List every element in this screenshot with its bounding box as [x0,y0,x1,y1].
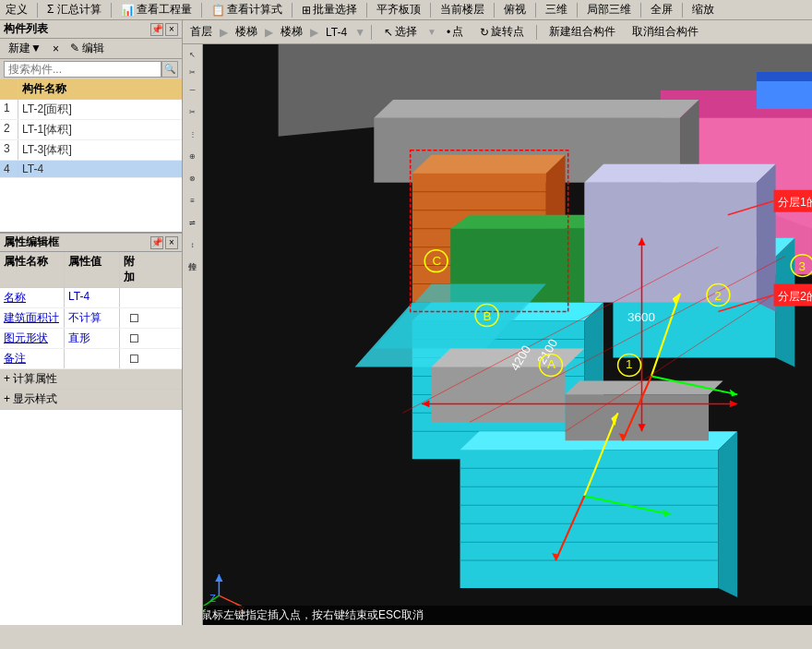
attr-value[interactable]: LT-4 [65,288,120,307]
batch-select-btn[interactable]: ⊞ 批量选择 [298,1,361,18]
component-list: 构件列表 📌 × 新建▼ × ✎ 编辑 🔍 构件名称 [0,20,182,233]
local-3d-btn[interactable]: 局部三维 [583,1,635,18]
panel-close-btn[interactable]: × [165,23,178,36]
component-toolbar: 新建▼ × ✎ 编辑 [0,39,182,59]
edit-component-btn[interactable]: ✎ 编辑 [66,39,109,58]
view-formula-btn[interactable]: 📋 查看计算式 [208,1,286,18]
item-num: 2 [0,120,18,139]
attr-name: 名称 [0,288,65,307]
point-tool-btn[interactable]: • 点 [440,22,470,42]
floor-select[interactable]: 首层 [186,24,216,40]
status-bar: 按鼠标左键指定插入点，按右键结束或ESC取消 [183,606,812,625]
top-view-btn[interactable]: 俯视 [500,1,530,18]
attr-group-row[interactable]: + 计算属性 [0,369,182,390]
attr-col-name-header: 属性名称 [0,252,65,287]
status-text: 按鼠标左键指定插入点，按右键结束或ESC取消 [190,607,424,623]
rotate-tool-btn[interactable]: ↻ 旋转点 [473,22,531,42]
component-list-title: 构件列表 [4,21,48,37]
component-table: 构件名称 1 LT-2[面积] 2 LT-1[体积] 3 LT-3[体积] 4 … [0,79,182,232]
fullscreen-btn[interactable]: 全屏 [647,1,676,18]
attr-group-row[interactable]: + 显示样式 [0,390,182,410]
formula-icon: 📋 [211,4,225,17]
new-component-btn[interactable]: 新建▼ [4,39,46,58]
attr-value: 不计算 [65,308,120,328]
item-num: 1 [0,100,18,119]
vp-break-btn[interactable]: ⋮ [185,126,201,142]
group-label: + 计算属性 [4,371,57,387]
list-item[interactable]: 3 LT-3[体积] [0,140,182,161]
attr-table-header: 属性名称 属性值 附加 [0,252,182,288]
attr-row: 图元形状 直形 ☐ [0,329,182,349]
attr-checkbox[interactable]: ☐ [120,349,148,368]
vp-select-btn[interactable]: ↖ [185,46,201,63]
search-btn[interactable]: 🔍 [161,61,178,78]
3d-scene[interactable]: 3600 3600 1800 600 4200 2100 1 2 3 [183,44,812,625]
point-icon: • [447,26,450,39]
define-btn[interactable]: 定义 [2,1,31,18]
vp-tool2-btn[interactable]: ✂ [185,64,201,80]
scene-svg: 3600 3600 1800 600 4200 2100 1 2 3 [183,44,812,625]
svg-marker-5 [757,72,812,81]
sep6 [430,3,431,18]
sep7 [494,3,495,18]
attr-value [65,349,120,368]
list-item[interactable]: 2 LT-1[体积] [0,120,182,140]
panel-pin-btn[interactable]: 📌 [150,23,163,36]
cursor-icon: ↖ [384,26,393,39]
stair-select1[interactable]: 楼梯 [232,24,261,40]
attr-panel-close-btn[interactable]: × [165,236,178,249]
select-label: 选择 [395,24,417,40]
svg-marker-10 [412,155,566,174]
attr-panel-pin-btn[interactable]: 📌 [150,236,163,249]
svg-marker-46 [584,183,757,303]
vp-offset-btn[interactable]: ⇌ [185,214,201,231]
component-table-header: 构件名称 [0,79,182,100]
select-tool-btn[interactable]: ↖ 选择 [377,22,424,42]
zoom-btn[interactable]: 缩放 [688,1,718,18]
attr-name: 备注 [0,349,65,368]
extend-label: 延伸 [185,99,200,102]
list-item[interactable]: 1 LT-2[面积] [0,100,182,120]
vp-merge-btn[interactable]: ⊕ [185,148,201,164]
group-label: + 显示样式 [4,391,57,407]
delete-component-btn[interactable]: × [48,41,64,57]
left-viewport-toolbar: ↖ ✂ ─ 延伸 ✂ 修剪 ⋮ 打断 ⊕ 合并 ⊗ 分割 ≡ 对齐 ⇌ 偏移 ↕… [183,44,203,625]
attr-row: 备注 ☐ [0,349,182,369]
attr-name: 图元形状 [0,329,65,348]
align-top-btn[interactable]: 平齐板顶 [373,1,424,18]
attr-row: 名称 LT-4 [0,288,182,308]
vp-trim-btn[interactable]: ✂ [185,103,201,120]
formula-label: 查看计算式 [227,2,282,18]
sep-vp1 [371,25,372,40]
stair-select2[interactable]: 楼梯 [277,24,306,40]
sep11 [682,3,683,18]
attr-checkbox [120,288,148,307]
vp-stretch-btn[interactable]: ↕ [185,236,201,253]
3d-view-btn[interactable]: 三维 [542,1,571,18]
lt-select[interactable]: LT-4 [322,26,351,39]
panel-controls: 📌 × [150,23,178,36]
item-num: 4 [0,161,18,177]
list-item[interactable]: 4 LT-4 [0,161,182,178]
view-qty-btn[interactable]: 📊 查看工程量 [117,1,196,18]
vp-tool3-btn[interactable]: ─ [185,81,201,98]
vp-split-btn[interactable]: ⊗ [185,170,201,186]
new-group-btn[interactable]: 新建组合构件 [543,22,622,42]
attr-name: 建筑面积计 [0,308,65,328]
sep2 [111,3,112,18]
current-floor-btn[interactable]: 当前楼层 [436,1,488,18]
col-name-header: 构件名称 [18,79,182,99]
cancel-group-btn[interactable]: 取消组合构件 [626,22,705,42]
svg-marker-36 [718,431,737,597]
attr-checkbox[interactable]: ☐ [120,308,148,328]
attr-panel-controls: 📌 × [150,236,178,249]
split-label: 分割 [185,187,200,191]
vp-align-btn[interactable]: ≡ [185,192,201,209]
attr-checkbox[interactable]: ☐ [120,329,148,348]
svg-text:B: B [483,309,491,323]
search-input[interactable] [4,61,161,78]
summary-btn[interactable]: Σ 汇总计算 [43,1,105,18]
sep1 [37,3,38,18]
view-qty-label: 查看工程量 [137,2,192,18]
svg-marker-47 [584,164,775,183]
